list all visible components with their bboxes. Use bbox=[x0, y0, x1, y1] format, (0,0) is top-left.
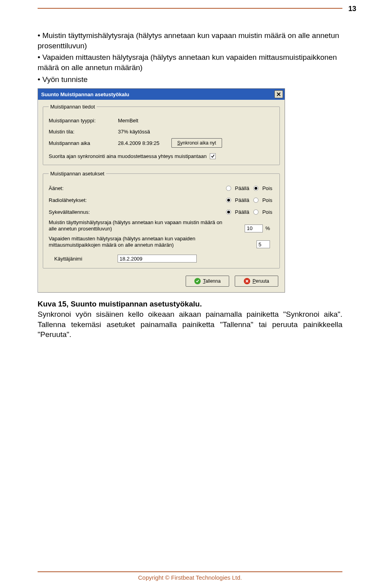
hr-label: Sykevälitallennus: bbox=[49, 209, 226, 215]
free-alarm-input[interactable] bbox=[256, 240, 270, 248]
top-rule bbox=[38, 8, 342, 9]
settings-legend: Muistipannan asetukset bbox=[49, 171, 106, 177]
info-legend: Muistipannan tiedot bbox=[49, 104, 97, 110]
check-icon bbox=[194, 278, 201, 284]
cancel-button[interactable]: Peruuta bbox=[235, 276, 278, 287]
intro-bullet-2: • Vapaiden mittausten hälytysraja (hälyt… bbox=[38, 53, 337, 72]
memory-label: Muistin tila: bbox=[49, 129, 118, 135]
off-label: Pois bbox=[262, 197, 272, 203]
sync-time-button[interactable]: SSynkronoi aika nytynkronoi aika nyt bbox=[171, 138, 222, 148]
save-label: Tallenna bbox=[203, 278, 221, 284]
intro-bullet-1: • Muistin täyttymishälytysraja (hälytys … bbox=[38, 31, 339, 50]
intro-text: • Muistin täyttymishälytysraja (hälytys … bbox=[38, 30, 342, 84]
sync-time-label: SSynkronoi aika nytynkronoi aika nyt bbox=[177, 140, 216, 146]
autosync-checkbox[interactable] bbox=[210, 153, 216, 159]
bottom-rule bbox=[38, 571, 342, 572]
username-label: Käyttäjänimi bbox=[54, 256, 118, 262]
title-bar: Suunto Muistipannan asetustyökalu bbox=[38, 89, 285, 100]
save-button[interactable]: Tallenna bbox=[186, 276, 229, 287]
sounds-off-radio[interactable] bbox=[253, 186, 258, 191]
settings-dialog: Suunto Muistipannan asetustyökalu Muisti… bbox=[38, 88, 285, 293]
radio-on-radio[interactable] bbox=[226, 198, 231, 203]
off-label: Pois bbox=[262, 209, 272, 215]
radio-label: Radiolähetykset: bbox=[49, 197, 226, 203]
type-label: Muistipannan tyyppi: bbox=[49, 118, 118, 124]
page-number: 13 bbox=[348, 5, 356, 13]
sounds-label: Äänet: bbox=[49, 185, 226, 191]
cancel-label: Peruuta bbox=[253, 278, 269, 284]
autosync-label: Suorita ajan synkronointi aina muodostet… bbox=[49, 153, 207, 159]
type-value: MemBelt bbox=[118, 118, 138, 124]
hr-off-radio[interactable] bbox=[253, 209, 258, 215]
close-icon[interactable] bbox=[274, 90, 283, 98]
percent-label: % bbox=[265, 225, 270, 231]
time-value: 28.4.2009 8:39:25 bbox=[118, 140, 160, 146]
cancel-icon bbox=[244, 278, 250, 284]
dialog-title: Suunto Muistipannan asetustyökalu bbox=[41, 91, 274, 97]
off-label: Pois bbox=[262, 185, 272, 191]
on-label: Päällä bbox=[235, 185, 249, 191]
fill-alarm-label: Muistin täyttymishälytysraja (hälytys an… bbox=[49, 219, 223, 232]
memory-value: 37% käytössä bbox=[118, 129, 150, 135]
on-label: Päällä bbox=[235, 209, 249, 215]
sounds-on-radio[interactable] bbox=[226, 186, 231, 191]
on-label: Päällä bbox=[235, 197, 249, 203]
copyright: Copyright © Firstbeat Technologies Ltd. bbox=[0, 574, 380, 581]
intro-bullet-3: • Vyön tunniste bbox=[38, 75, 87, 84]
fill-alarm-input[interactable] bbox=[245, 225, 263, 232]
username-input[interactable] bbox=[118, 255, 197, 263]
settings-group: Muistipannan asetukset Äänet: Päällä Poi… bbox=[43, 171, 280, 268]
figure-caption-body: Synkronoi vyön sisäinen kello oikeaan ai… bbox=[38, 309, 342, 340]
figure-caption-title: Kuva 15, Suunto muistipannan asetustyöka… bbox=[38, 300, 342, 308]
radio-off-radio[interactable] bbox=[253, 198, 258, 203]
info-group: Muistipannan tiedot Muistipannan tyyppi:… bbox=[43, 104, 280, 165]
hr-on-radio[interactable] bbox=[226, 209, 231, 215]
time-label: Muistipannan aika bbox=[49, 140, 118, 146]
free-alarm-label: Vapaiden mittausten hälytysraja (hälytys… bbox=[49, 236, 223, 249]
